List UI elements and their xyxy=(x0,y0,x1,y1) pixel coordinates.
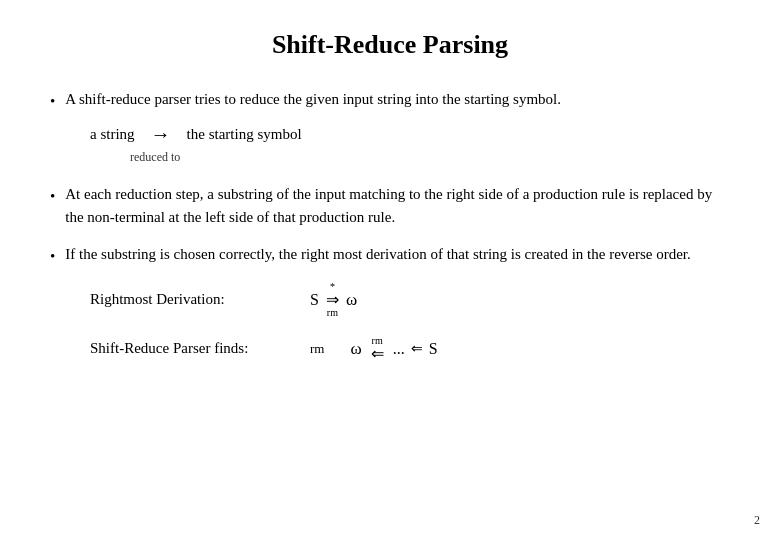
slide-container: Shift-Reduce Parsing • A shift-reduce pa… xyxy=(0,0,780,540)
starting-symbol-label: the starting symbol xyxy=(187,126,302,143)
bullet-dot-2: • xyxy=(50,185,55,208)
derive-arrow-icon: * ⇒ rm xyxy=(326,282,339,318)
derivation-table: Rightmost Derivation: S * ⇒ rm ω Shift-R… xyxy=(90,282,730,362)
omega-symbol-parser: ω xyxy=(350,339,361,359)
slide-title: Shift-Reduce Parsing xyxy=(50,30,730,60)
bullet-item-2: • At each reduction step, a substring of… xyxy=(50,183,730,230)
double-left-arrow-rm: rm⇐ xyxy=(371,336,384,362)
parser-label: Shift-Reduce Parser finds: xyxy=(90,340,310,357)
s-symbol: S xyxy=(310,291,319,309)
slide-number: 2 xyxy=(754,513,760,528)
double-left-arrow-2: ⇐ xyxy=(411,340,423,357)
bullet-dot-3: • xyxy=(50,245,55,268)
bullet-dot-1: • xyxy=(50,90,55,113)
bullet-section-3: • If the substring is chosen correctly, … xyxy=(50,243,730,268)
bullet-text-3: If the substring is chosen correctly, th… xyxy=(65,243,730,266)
bullet-text-2: At each reduction step, a substring of t… xyxy=(65,183,730,230)
parser-formula: rmωrm⇐...⇐S xyxy=(310,336,438,362)
parser-row: Shift-Reduce Parser finds: rmωrm⇐...⇐S xyxy=(90,336,730,362)
ellipsis: ... xyxy=(393,340,405,358)
s-final: S xyxy=(429,340,438,358)
a-string-label: a string xyxy=(90,126,135,143)
omega-symbol: ω xyxy=(346,290,357,310)
reduction-diagram: a string → the starting symbol xyxy=(90,123,730,146)
rightmost-derivation-row: Rightmost Derivation: S * ⇒ rm ω xyxy=(90,282,730,318)
rm-label-parser: rm xyxy=(310,341,324,357)
rightmost-label: Rightmost Derivation: xyxy=(90,291,310,308)
bullet-section-2: • At each reduction step, a substring of… xyxy=(50,183,730,230)
bullet-text-1: A shift-reduce parser tries to reduce th… xyxy=(65,88,730,111)
bullet-item-1: • A shift-reduce parser tries to reduce … xyxy=(50,88,730,113)
bullet-section-1: • A shift-reduce parser tries to reduce … xyxy=(50,88,730,165)
bullet-item-3: • If the substring is chosen correctly, … xyxy=(50,243,730,268)
reduced-to-label: reduced to xyxy=(130,150,730,165)
right-arrow-icon: → xyxy=(151,123,171,146)
rightmost-formula: S * ⇒ rm ω xyxy=(310,282,357,318)
